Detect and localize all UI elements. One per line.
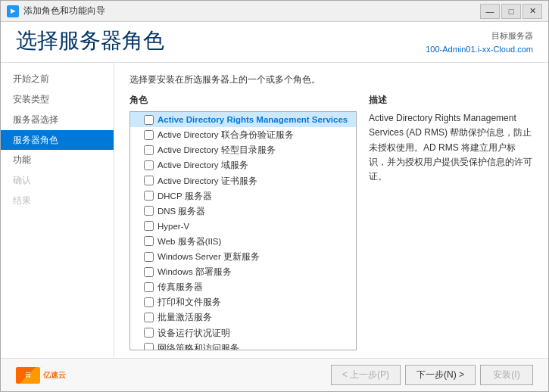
role-name: Active Directory 域服务 [158, 159, 248, 171]
roles-section: 角色 Active Directory Rights Management Se… [129, 94, 357, 350]
role-checkbox[interactable] [144, 236, 154, 246]
titlebar: ▶ 添加角色和功能向导 — □ ✕ [1, 1, 548, 22]
window-controls: — □ ✕ [480, 4, 542, 19]
role-item[interactable]: 传真服务器 [130, 279, 356, 294]
expand-placeholder [133, 267, 142, 276]
role-item[interactable]: 网络策略和访问服务 [130, 341, 356, 350]
role-name: Windows Server 更新服务 [158, 250, 260, 263]
page-header: 选择服务器角色 目标服务器 100-Admin01.i-xx-Cloud.com [1, 22, 548, 63]
role-checkbox[interactable] [144, 176, 154, 185]
sidebar: 开始之前安装类型服务器选择服务器角色功能确认结果 [1, 63, 114, 358]
desc-text: Active Directory Rights Management Servi… [369, 111, 533, 184]
minimize-button[interactable]: — [480, 4, 500, 19]
sidebar-item-confirm: 确认 [1, 170, 114, 191]
role-checkbox[interactable] [144, 130, 154, 140]
role-checkbox[interactable] [144, 267, 154, 277]
expand-placeholder [133, 282, 142, 291]
content-body: 角色 Active Directory Rights Management Se… [129, 94, 533, 350]
expand-placeholder [133, 297, 142, 306]
role-checkbox[interactable] [144, 160, 154, 170]
role-name: Web 服务器(IIS) [158, 235, 221, 247]
maximize-button[interactable]: □ [501, 4, 521, 19]
app-icon: ▶ [7, 5, 19, 17]
role-item[interactable]: Windows Server 更新服务 [130, 249, 356, 264]
sidebar-item-server-roles[interactable]: 服务器角色 [1, 130, 114, 151]
role-name: DNS 服务器 [158, 205, 205, 217]
roles-header: 角色 [129, 94, 357, 107]
sidebar-item-install-type[interactable]: 安装类型 [1, 89, 114, 110]
role-name: 批量激活服务 [158, 311, 212, 323]
sidebar-item-features[interactable]: 功能 [1, 150, 114, 170]
expand-placeholder [133, 191, 142, 201]
role-item[interactable]: 设备运行状况证明 [130, 325, 356, 341]
role-checkbox[interactable] [144, 252, 154, 262]
next-button[interactable]: 下一步(N) > [405, 365, 476, 385]
expand-placeholder [133, 115, 142, 124]
expand-placeholder [133, 145, 142, 154]
role-item[interactable]: DNS 服务器 [130, 204, 356, 219]
expand-placeholder [133, 130, 142, 139]
role-checkbox[interactable] [144, 343, 154, 350]
role-checkbox[interactable] [144, 191, 154, 201]
role-item[interactable]: Hyper-V [130, 219, 356, 234]
role-checkbox[interactable] [144, 206, 154, 216]
footer-logo: 云 亿速云 [16, 367, 66, 384]
role-checkbox[interactable] [144, 313, 154, 322]
role-item[interactable]: Active Directory 域服务 [130, 157, 356, 173]
content-area: 选择要安装在所选服务器上的一个或多个角色。 角色 Active Director… [114, 63, 548, 358]
role-checkbox[interactable] [144, 221, 154, 231]
main-window: ▶ 添加角色和功能向导 — □ ✕ 选择服务器角色 目标服务器 100-Admi… [0, 0, 549, 392]
role-checkbox[interactable] [144, 328, 154, 338]
role-item[interactable]: Web 服务器(IIS) [130, 234, 356, 249]
footer: 云 亿速云 < 上一步(P) 下一步(N) > 安装(I) [1, 358, 548, 391]
server-info: 目标服务器 100-Admin01.i-xx-Cloud.com [426, 30, 533, 56]
role-checkbox[interactable] [144, 282, 154, 292]
role-name: Hyper-V [158, 220, 189, 232]
role-name: Active Directory 轻型目录服务 [158, 144, 276, 156]
role-name: 打印和文件服务 [158, 296, 221, 308]
logo-box: 云 [16, 367, 40, 384]
role-name: Active Directory Rights Management Servi… [158, 114, 348, 126]
server-label: 目标服务器 [426, 30, 533, 43]
content-description: 选择要安装在所选服务器上的一个或多个角色。 [129, 73, 533, 86]
description-section: 描述 Active Directory Rights Management Se… [369, 94, 533, 350]
role-item[interactable]: Windows 部署服务 [130, 264, 356, 279]
roles-list[interactable]: Active Directory Rights Management Servi… [129, 111, 357, 350]
install-button[interactable]: 安装(I) [480, 365, 533, 385]
expand-placeholder [133, 313, 142, 322]
logo-text: 亿速云 [43, 370, 66, 381]
expand-placeholder [133, 252, 142, 261]
page-title: 选择服务器角色 [16, 30, 164, 53]
expand-placeholder [133, 237, 142, 246]
role-name: DHCP 服务器 [158, 190, 212, 202]
role-name: 网络策略和访问服务 [158, 342, 239, 350]
sidebar-item-results: 结果 [1, 191, 114, 211]
desc-header: 描述 [369, 94, 533, 107]
role-name: 传真服务器 [158, 281, 203, 293]
role-name: 设备运行状况证明 [158, 327, 230, 339]
role-item[interactable]: Active Directory Rights Management Servi… [130, 112, 356, 127]
role-checkbox[interactable] [144, 115, 154, 125]
window-title: 添加角色和功能向导 [23, 5, 480, 17]
role-item[interactable]: Active Directory 轻型目录服务 [130, 142, 356, 157]
expand-placeholder [133, 207, 142, 216]
back-button[interactable]: < 上一步(P) [331, 365, 401, 385]
role-item[interactable]: 批量激活服务 [130, 310, 356, 325]
close-button[interactable]: ✕ [522, 4, 542, 19]
role-name: Windows 部署服务 [158, 266, 232, 278]
expand-placeholder [133, 161, 142, 170]
role-item[interactable]: Active Directory 证书服务 [130, 173, 356, 188]
sidebar-item-before-start[interactable]: 开始之前 [1, 69, 114, 89]
role-name: Active Directory 联合身份验证服务 [158, 129, 294, 141]
role-item[interactable]: Active Directory 联合身份验证服务 [130, 127, 356, 142]
role-checkbox[interactable] [144, 297, 154, 307]
role-checkbox[interactable] [144, 145, 154, 155]
expand-placeholder [133, 328, 142, 338]
role-item[interactable]: 打印和文件服务 [130, 294, 356, 310]
role-item[interactable]: DHCP 服务器 [130, 188, 356, 204]
expand-placeholder [133, 344, 142, 350]
sidebar-item-server-select[interactable]: 服务器选择 [1, 110, 114, 130]
main-content: 开始之前安装类型服务器选择服务器角色功能确认结果 选择要安装在所选服务器上的一个… [1, 63, 548, 358]
server-name: 100-Admin01.i-xx-Cloud.com [426, 43, 533, 57]
expand-placeholder [133, 176, 142, 185]
